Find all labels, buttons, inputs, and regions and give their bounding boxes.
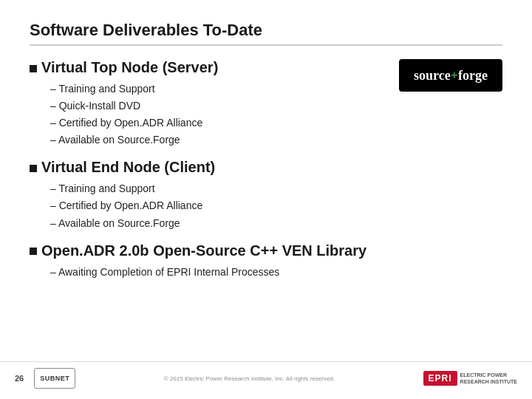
section-virtual-end: Virtual End Node (Client) Training and S… bbox=[30, 159, 502, 231]
list-item: Certified by Open.ADR Alliance bbox=[50, 197, 502, 214]
section-header-virtual-end: Virtual End Node (Client) bbox=[30, 159, 502, 176]
list-item: Available on Source.Forge bbox=[50, 132, 502, 149]
page-number: 26 bbox=[15, 374, 24, 383]
section-openadr: Open.ADR 2.0b Open-Source C++ VEN Librar… bbox=[30, 242, 502, 281]
list-item: Awaiting Completion of EPRI Internal Pro… bbox=[50, 264, 502, 281]
list-item: Quick-Install DVD bbox=[50, 98, 502, 115]
slide-title: Software Deliverables To-Date bbox=[30, 21, 502, 46]
bullet-icon-2 bbox=[30, 165, 37, 172]
section-header-label-1: Virtual Top Node (Server) bbox=[41, 59, 218, 76]
sub-items-2: Training and Support Certified by Open.A… bbox=[50, 180, 502, 231]
subnet-logo: SUBNET bbox=[34, 368, 75, 389]
sf-forge: forge bbox=[458, 68, 488, 83]
list-item: Certified by Open.ADR Alliance bbox=[50, 115, 502, 132]
section-header-label-3: Open.ADR 2.0b Open-Source C++ VEN Librar… bbox=[41, 242, 366, 259]
bullet-icon-1 bbox=[30, 65, 37, 72]
section-virtual-top: Virtual Top Node (Server) source+forge T… bbox=[30, 59, 502, 149]
sf-source: source bbox=[414, 68, 451, 83]
footer-left: 26 SUBNET bbox=[15, 368, 75, 389]
list-item: Training and Support bbox=[50, 180, 502, 197]
sf-plus-icon: + bbox=[451, 68, 458, 83]
subnet-label: SUBNET bbox=[40, 375, 69, 382]
bullet-icon-3 bbox=[30, 248, 37, 255]
section-header-openadr: Open.ADR 2.0b Open-Source C++ VEN Librar… bbox=[30, 242, 502, 259]
slide: Software Deliverables To-Date Virtual To… bbox=[0, 0, 532, 399]
sourceforge-logo: source+forge bbox=[399, 59, 502, 92]
footer: 26 SUBNET © 2015 Electric Power Research… bbox=[0, 361, 532, 389]
sf-logo-text: source+forge bbox=[414, 68, 488, 83]
epri-subtitle: ELECTRIC POWERRESEARCH INSTITUTE bbox=[460, 372, 517, 385]
section-header-label-2: Virtual End Node (Client) bbox=[41, 159, 215, 176]
list-item: Available on Source.Forge bbox=[50, 215, 502, 232]
sub-items-3: Awaiting Completion of EPRI Internal Pro… bbox=[50, 264, 502, 281]
sf-logo-box: source+forge bbox=[399, 59, 502, 92]
epri-logo: EPRI ELECTRIC POWERRESEARCH INSTITUTE bbox=[423, 371, 517, 386]
epri-label: EPRI bbox=[423, 371, 457, 386]
footer-copyright: © 2015 Electric Power Research Institute… bbox=[83, 375, 415, 382]
